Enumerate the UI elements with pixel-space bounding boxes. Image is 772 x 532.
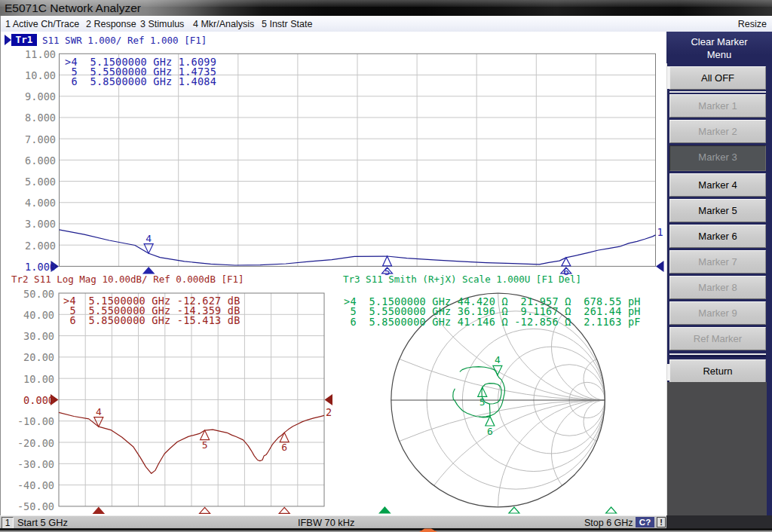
active-trace-arrow-icon	[5, 35, 11, 45]
tr2-ref-marker-right	[325, 394, 333, 405]
y-tick-label: 20.00	[0, 351, 54, 363]
softkey-marker-6[interactable]: Marker 6	[669, 225, 766, 248]
tr3-marker6-triangle	[486, 417, 495, 427]
tr1-marker4-stimulus	[143, 268, 154, 274]
tr2-trace-number: 2	[326, 406, 332, 418]
marker-readout-row: 6 5.8500000 GHz 1.4084	[65, 75, 216, 87]
softkey-marker-3[interactable]: Marker 3	[669, 145, 766, 171]
softkey-marker-8: Marker 8	[669, 276, 766, 299]
taskbar-strip	[0, 528, 772, 532]
softkey-ref-marker: Ref Marker	[669, 327, 766, 350]
tr1-trace-number: 1	[657, 226, 663, 238]
y-tick-label: 5.000	[0, 176, 56, 188]
softkey-all-off[interactable]: All OFF	[669, 66, 766, 90]
y-tick-label: -10.00	[0, 415, 54, 427]
y-tick-label: 10.00	[0, 373, 54, 385]
y-tick-label: 40.00	[0, 309, 54, 321]
tr3-x-arc	[552, 400, 659, 507]
tr1-marker4-number: 4	[146, 233, 152, 244]
softkey-menu: Clear Marker Menu All OFFMarker 1Marker …	[666, 32, 772, 529]
tr2-marker6-stimulus	[279, 507, 290, 513]
tr2-marker5-number: 5	[202, 439, 208, 451]
status-bar: 1 Start 5 GHz IFBW 70 kHz Stop 6 GHz C? …	[0, 515, 772, 529]
y-tick-label: -40.00	[0, 479, 54, 491]
tr2-marker6-triangle	[280, 433, 289, 442]
y-tick-label: 10.00	[0, 69, 56, 81]
y-tick-label: -30.00	[0, 458, 54, 470]
status-ifbw: IFBW 70 kHz	[298, 517, 354, 528]
marker-readout-row: 6 5.8500000 GHz 41.146 Ω -12.856 Ω 2.116…	[344, 316, 641, 328]
trace3-header[interactable]: Tr3 S11 Smith (R+jX) Scale 1.000U [F1 De…	[343, 274, 581, 285]
softkey-separator-line	[669, 355, 766, 357]
y-tick-label: 50.00	[0, 288, 54, 300]
y-tick-label: 8.000	[0, 112, 56, 124]
app-window: E5071C Network Analyzer 1 Active Ch/Trac…	[0, 0, 772, 532]
y-tick-label: -50.00	[0, 500, 54, 512]
y-tick-label: 0.000	[0, 394, 54, 406]
y-tick-label: 7.000	[0, 133, 56, 145]
softkey-marker-4[interactable]: Marker 4	[669, 173, 766, 197]
tr2-marker4-triangle	[94, 417, 103, 427]
tr2-marker4-number: 4	[96, 406, 102, 417]
taskbar-orange-icon	[419, 529, 437, 532]
y-tick-label: 30.00	[0, 330, 54, 342]
softkey-marker-9: Marker 9	[669, 301, 766, 325]
channel-number-box: 1	[2, 517, 14, 529]
tr3-marker-stimulus	[379, 507, 390, 513]
trace2-header[interactable]: Tr2 S11 Log Mag 10.00dB/ Ref 0.000dB [F1…	[11, 274, 244, 285]
softkey-marker-5[interactable]: Marker 5	[669, 199, 766, 222]
softkey-panel-left-edge	[666, 63, 667, 529]
softkey-menu-empty-area	[667, 382, 767, 527]
tr2-marker6-number: 6	[281, 442, 287, 453]
softkey-return[interactable]: Return	[669, 359, 766, 383]
y-tick-label: -20.00	[0, 437, 54, 449]
marker-readout-row: 6 5.8500000 GHz -15.413 dB	[63, 314, 240, 326]
y-tick-label: 6.000	[0, 154, 56, 167]
y-tick-label: 3.000	[0, 218, 56, 230]
tr3-marker5-number: 5	[479, 396, 486, 408]
tr1-marker5-triangle	[383, 256, 392, 266]
softkey-menu-title: Clear Marker Menu	[666, 32, 772, 65]
softkey-menu-title-line2: Menu	[666, 48, 772, 61]
y-tick-label: 2.000	[0, 240, 56, 252]
tr3-marker-stimulus	[606, 507, 617, 513]
tr2-marker5-triangle	[201, 430, 210, 440]
softkey-marker-1: Marker 1	[669, 94, 766, 118]
tr3-marker4-number: 4	[495, 354, 501, 365]
tr1-ref-marker-right	[656, 261, 664, 272]
tr3-trace	[453, 389, 455, 400]
y-tick-label: 4.000	[0, 197, 56, 209]
y-tick-label: 11.00	[0, 48, 56, 60]
tr2-marker5-stimulus	[200, 507, 210, 513]
softkey-marker-7: Marker 7	[669, 250, 766, 274]
y-tick-label: 9.000	[0, 90, 56, 102]
taskbar-peek	[0, 528, 772, 532]
tr2-marker4-stimulus	[93, 507, 104, 513]
tr3-marker-stimulus	[509, 507, 519, 513]
alert-indicator: !	[657, 517, 666, 527]
status-stop-frequency: Stop 6 GHz	[584, 518, 633, 528]
tr3-marker6-number: 6	[487, 426, 493, 437]
correction-status-badge: C?	[636, 517, 654, 527]
status-start-frequency: Start 5 GHz	[17, 517, 68, 528]
trace1-header[interactable]: S11 SWR 1.000/ Ref 1.000 [F1]	[42, 35, 207, 46]
sidebar-status-extension	[666, 515, 772, 528]
softkey-marker-2: Marker 2	[669, 120, 766, 143]
trace1-badge[interactable]: Tr1	[11, 34, 37, 46]
softkey-menu-title-line1: Clear Marker	[666, 35, 772, 48]
y-tick-label: 1.000	[0, 261, 56, 273]
softkey-separator-light	[669, 91, 766, 93]
